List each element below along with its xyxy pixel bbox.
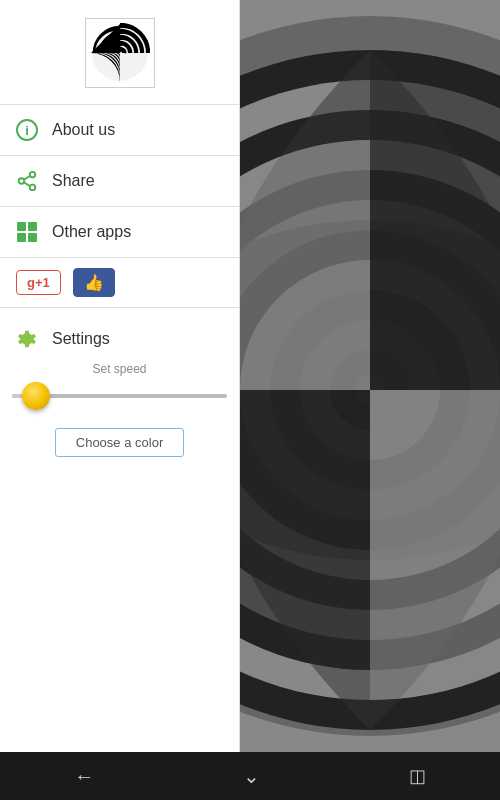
main-area: i About us Share [0,0,500,752]
recents-icon: ◫ [409,765,426,787]
share-icon [16,170,38,192]
color-btn-row: Choose a color [0,420,239,469]
back-button[interactable]: ← [54,757,114,796]
like-icon: 👍 [84,273,104,292]
gplus-button[interactable]: g+1 [16,270,61,295]
choose-color-button[interactable]: Choose a color [55,428,184,457]
slider-thumb[interactable] [22,382,50,410]
social-row: g+1 👍 [0,258,239,308]
settings-icon [16,328,38,350]
speed-title: Set speed [12,362,227,376]
other-apps-label: Other apps [52,223,131,241]
share-label: Share [52,172,95,190]
app-logo [85,18,155,88]
settings-section: Settings Set speed Choose a color [0,308,239,469]
info-icon: i [16,119,38,141]
svg-line-4 [24,176,30,179]
svg-point-3 [30,185,36,191]
home-button[interactable]: ⌄ [223,756,280,796]
settings-header: Settings [0,320,239,362]
about-us-label: About us [52,121,115,139]
menu-item-share[interactable]: Share [0,156,239,207]
svg-point-1 [30,172,36,178]
home-icon: ⌄ [243,764,260,788]
gplus-label: g+1 [27,275,50,290]
speed-section: Set speed [0,362,239,420]
menu-item-other-apps[interactable]: Other apps [0,207,239,258]
settings-label: Settings [52,330,110,348]
recents-button[interactable]: ◫ [389,757,446,795]
menu-item-about-us[interactable]: i About us [0,105,239,156]
svg-point-2 [19,178,25,184]
svg-line-5 [24,182,30,185]
sidebar: i About us Share [0,0,240,752]
logo-area [0,0,239,105]
like-button[interactable]: 👍 [73,268,115,297]
nav-bar: ← ⌄ ◫ [0,752,500,800]
apps-icon [16,221,38,243]
back-icon: ← [74,765,94,788]
spiral-area [240,0,500,752]
speed-slider-container [12,384,227,408]
